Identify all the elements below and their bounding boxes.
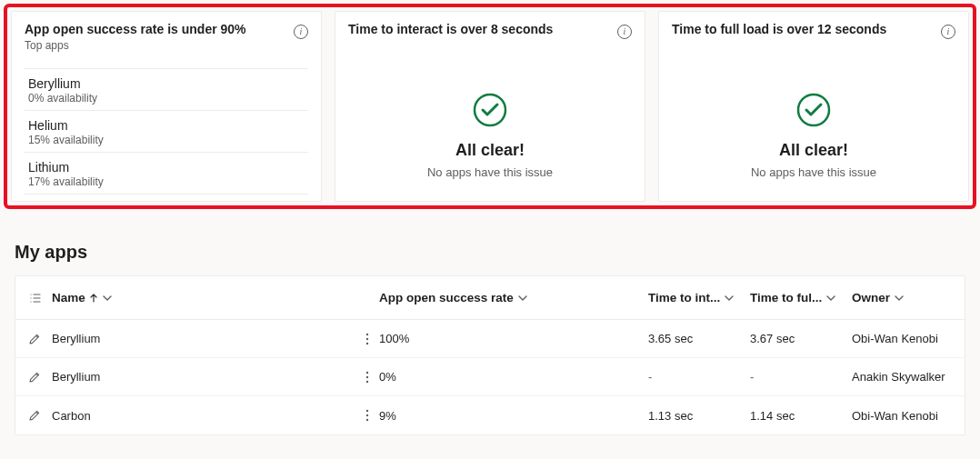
col-header-label: Owner bbox=[852, 291, 890, 304]
cell-tti: 3.65 sec bbox=[648, 332, 750, 345]
card-title: Time to full load is over 12 seconds bbox=[672, 21, 886, 37]
svg-point-14 bbox=[366, 410, 368, 412]
card-title: App open success rate is under 90% bbox=[25, 21, 246, 37]
cell-owner: Obi-Wan Kenobi bbox=[852, 409, 952, 423]
clear-subtitle: No apps have this issue bbox=[672, 165, 955, 179]
table-row[interactable]: Carbon 9% 1.13 sec 1.14 sec Obi-Wan Keno… bbox=[15, 396, 965, 434]
app-availability: 0% availability bbox=[28, 92, 308, 105]
col-header-tfl[interactable]: Time to ful... bbox=[750, 291, 852, 304]
svg-point-11 bbox=[366, 371, 368, 373]
info-icon[interactable] bbox=[617, 25, 632, 39]
cell-name: Beryllium bbox=[52, 370, 355, 384]
app-name: Helium bbox=[28, 118, 308, 133]
card-success-rate: App open success rate is under 90% Top a… bbox=[11, 11, 322, 202]
cell-tti: - bbox=[648, 370, 750, 384]
sort-asc-icon bbox=[89, 294, 98, 303]
top-apps-list: Beryllium 0% availability Helium 15% ava… bbox=[25, 68, 308, 195]
cell-tfl: 3.67 sec bbox=[750, 332, 852, 345]
info-icon[interactable] bbox=[294, 25, 308, 39]
edit-icon[interactable] bbox=[28, 371, 52, 384]
col-header-label: Time to ful... bbox=[750, 291, 822, 304]
svg-point-13 bbox=[366, 380, 368, 382]
row-menu-icon[interactable] bbox=[355, 409, 379, 422]
chevron-down-icon bbox=[517, 293, 528, 304]
chevron-down-icon bbox=[102, 293, 113, 304]
table-row[interactable]: Beryllium 100% 3.65 sec 3.67 sec Obi-Wan… bbox=[15, 320, 965, 358]
app-availability: 15% availability bbox=[28, 134, 308, 146]
col-header-tti[interactable]: Time to int... bbox=[648, 291, 750, 304]
col-header-rate[interactable]: App open success rate bbox=[379, 291, 648, 304]
col-header-owner[interactable]: Owner bbox=[852, 291, 952, 304]
svg-point-8 bbox=[366, 333, 368, 334]
card-title: Time to interact is over 8 seconds bbox=[348, 21, 553, 37]
edit-icon[interactable] bbox=[28, 333, 52, 345]
insight-cards-highlight: App open success rate is under 90% Top a… bbox=[4, 4, 976, 209]
row-menu-icon[interactable] bbox=[355, 371, 379, 384]
svg-point-16 bbox=[366, 419, 368, 421]
svg-point-10 bbox=[366, 342, 368, 344]
svg-point-9 bbox=[366, 337, 368, 339]
card-time-interact: Time to interact is over 8 seconds All c… bbox=[335, 11, 645, 202]
card-time-full-load: Time to full load is over 12 seconds All… bbox=[658, 11, 969, 202]
cell-rate: 100% bbox=[379, 332, 648, 345]
chevron-down-icon bbox=[825, 293, 836, 304]
order-number-icon[interactable] bbox=[28, 291, 52, 305]
cell-name: Beryllium bbox=[52, 332, 355, 345]
list-item[interactable]: Beryllium 0% availability bbox=[25, 68, 308, 110]
clear-title: All clear! bbox=[348, 141, 632, 160]
apps-table: Name App open success rate Time to int..… bbox=[15, 275, 965, 435]
col-header-name[interactable]: Name bbox=[52, 291, 355, 304]
cell-tti: 1.13 sec bbox=[648, 409, 750, 423]
cell-name: Carbon bbox=[52, 409, 355, 423]
chevron-down-icon bbox=[894, 293, 905, 304]
cell-tfl: 1.14 sec bbox=[750, 409, 852, 423]
info-icon[interactable] bbox=[941, 25, 955, 39]
cell-owner: Obi-Wan Kenobi bbox=[852, 332, 952, 345]
list-item[interactable]: Lithium 17% availability bbox=[25, 152, 308, 195]
check-circle-icon bbox=[472, 92, 508, 128]
check-circle-icon bbox=[795, 92, 832, 128]
clear-title: All clear! bbox=[672, 141, 955, 160]
app-name: Lithium bbox=[28, 160, 308, 175]
table-header: Name App open success rate Time to int..… bbox=[15, 276, 965, 320]
section-title: My apps bbox=[15, 242, 980, 263]
app-name: Beryllium bbox=[28, 76, 308, 91]
col-header-label: Name bbox=[52, 291, 85, 304]
list-item[interactable]: Helium 15% availability bbox=[25, 110, 308, 152]
col-header-label: Time to int... bbox=[648, 291, 720, 304]
card-subtitle: Top apps bbox=[25, 39, 246, 52]
cell-owner: Anakin Skywalker bbox=[852, 370, 952, 384]
table-row[interactable]: Beryllium 0% - - Anakin Skywalker bbox=[15, 358, 965, 396]
chevron-down-icon bbox=[724, 293, 735, 304]
clear-subtitle: No apps have this issue bbox=[348, 165, 632, 179]
cell-rate: 0% bbox=[379, 370, 648, 384]
cell-tfl: - bbox=[750, 370, 852, 384]
app-availability: 17% availability bbox=[28, 175, 308, 188]
row-menu-icon[interactable] bbox=[355, 333, 379, 345]
edit-icon[interactable] bbox=[28, 409, 52, 422]
cell-rate: 9% bbox=[379, 409, 648, 423]
col-header-label: App open success rate bbox=[379, 291, 514, 304]
svg-point-15 bbox=[366, 414, 368, 416]
svg-point-12 bbox=[366, 375, 368, 377]
